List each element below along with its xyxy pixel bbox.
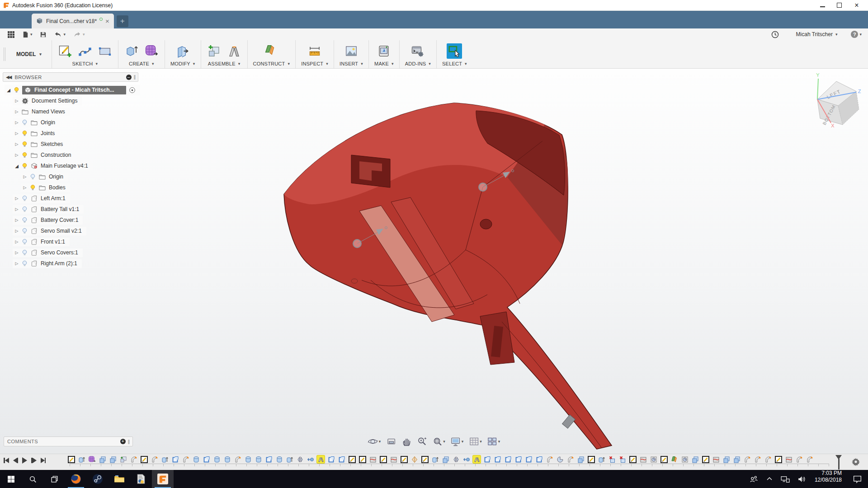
hide-panel-icon[interactable]: –: [126, 75, 132, 80]
visibility-bulb-icon[interactable]: [13, 87, 20, 94]
timeline-op-fillet[interactable]: [795, 455, 803, 463]
tree-row[interactable]: ▷Sketches: [3, 139, 138, 150]
tree-row[interactable]: ▷Servo Small v2:1: [3, 225, 138, 236]
timeline-op-extrude[interactable]: [161, 455, 169, 463]
network-icon[interactable]: [777, 474, 793, 484]
timeline-op-split[interactable]: [390, 455, 397, 463]
collapse-arrow-icon[interactable]: ▷: [22, 174, 28, 179]
look-at-icon[interactable]: [384, 436, 398, 447]
close-icon[interactable]: ×: [854, 2, 860, 9]
ribbon-group-label[interactable]: MAKE▾: [374, 61, 394, 66]
new-tab-button[interactable]: +: [117, 15, 128, 27]
display-settings-icon[interactable]: ▾: [449, 436, 466, 447]
tree-row[interactable]: ◢Main Fuselage v4:1: [3, 160, 138, 171]
ribbon-group-label[interactable]: INSERT▾: [340, 61, 363, 66]
ribbon-group-label[interactable]: ADD-INS▾: [405, 61, 431, 66]
tab-close-icon[interactable]: ×: [105, 19, 109, 24]
step-back-button[interactable]: [13, 458, 19, 463]
step-forward-button[interactable]: [31, 458, 37, 463]
collapse-arrow-icon[interactable]: ▷: [14, 207, 20, 211]
timeline-op-box[interactable]: [265, 455, 273, 463]
timeline-op-sketch[interactable]: [774, 455, 782, 463]
ribbon-group-label[interactable]: MODIFY▾: [170, 61, 195, 66]
timeline-op-split[interactable]: [369, 455, 377, 463]
tree-row[interactable]: ▷Left Arm:1: [3, 193, 138, 204]
timeline-op-box[interactable]: [483, 455, 491, 463]
view-cube[interactable]: LEFT BOTTOM Y Z X: [802, 71, 862, 132]
timeline-op-shell[interactable]: [556, 455, 564, 463]
collapse-arrow-icon[interactable]: ▷: [14, 142, 20, 146]
timeline-op-hole[interactable]: [681, 455, 689, 463]
timeline-op-cylinder[interactable]: [244, 455, 252, 463]
timeline-op-combine[interactable]: [722, 455, 730, 463]
layout-grid-icon[interactable]: ▾: [467, 436, 484, 447]
timeline-op-sketch[interactable]: [629, 455, 637, 463]
visibility-bulb-icon[interactable]: [21, 195, 28, 202]
timeline-op-combine[interactable]: [691, 455, 699, 463]
timeline-op-box[interactable]: [494, 455, 501, 463]
timeline-op-delete[interactable]: [618, 455, 626, 463]
timeline-op-extrude[interactable]: [598, 455, 605, 463]
collapse-arrow-icon[interactable]: ▷: [14, 239, 20, 244]
panel-grip[interactable]: ||: [128, 439, 129, 444]
tree-row[interactable]: ▷Document Settings: [3, 95, 138, 106]
create-sketch-icon[interactable]: [57, 43, 73, 59]
timeline-op-sketch[interactable]: [660, 455, 668, 463]
timeline-op-cylinder[interactable]: [192, 455, 200, 463]
measure-icon[interactable]: [307, 43, 322, 59]
tree-row[interactable]: ▷Right Arm (2):1: [3, 258, 138, 269]
timeline-op-hole[interactable]: [650, 455, 657, 463]
collapse-panel-icon[interactable]: ◀◀: [6, 75, 11, 80]
expand-arrow-icon[interactable]: ◢: [5, 88, 12, 93]
timeline-op-cylinder[interactable]: [223, 455, 231, 463]
timeline-op-box[interactable]: [525, 455, 533, 463]
volume-icon[interactable]: [793, 474, 810, 484]
joint-big-icon[interactable]: [226, 43, 242, 59]
timeline-op-mirror[interactable]: [296, 455, 304, 463]
pan-icon[interactable]: [400, 436, 413, 447]
timeline-op-fillet[interactable]: [130, 455, 137, 463]
timeline-op-split[interactable]: [639, 455, 647, 463]
document-tab[interactable]: Final Con...cher v18* ×: [32, 14, 114, 28]
timeline-op-mirror[interactable]: [452, 455, 460, 463]
timeline-position-marker[interactable]: [835, 455, 842, 460]
timeline-op-cylinder[interactable]: [213, 455, 221, 463]
go-to-start-button[interactable]: [4, 458, 9, 463]
timeline-op-combine[interactable]: [99, 455, 106, 463]
timeline-op-sketch[interactable]: [400, 455, 408, 463]
timeline-op-sketch[interactable]: [140, 455, 148, 463]
firefox-icon[interactable]: [65, 470, 87, 488]
redo-button[interactable]: ▾: [73, 31, 85, 38]
form-icon[interactable]: [144, 43, 159, 59]
ribbon-group-label[interactable]: SKETCH▾: [72, 61, 98, 66]
play-button[interactable]: [22, 457, 27, 464]
zoom-icon[interactable]: [415, 436, 429, 447]
collapse-arrow-icon[interactable]: ▷: [14, 229, 20, 233]
visibility-bulb-icon[interactable]: [21, 163, 28, 169]
action-center-icon[interactable]: [846, 470, 868, 488]
timeline-op-combine[interactable]: [442, 455, 449, 463]
timeline-op-loft[interactable]: [410, 455, 418, 463]
timeline-op-extrude[interactable]: [431, 455, 439, 463]
visibility-bulb-icon[interactable]: [29, 174, 36, 180]
timeline-op-fillet[interactable]: [151, 455, 158, 463]
press-pull-icon[interactable]: [175, 43, 190, 59]
minimize-icon[interactable]: [820, 4, 825, 7]
visibility-bulb-icon[interactable]: [21, 152, 28, 159]
timeline-op-joint[interactable]: [317, 455, 325, 463]
undo-button[interactable]: ▾: [54, 31, 66, 38]
browser-header[interactable]: ◀◀ BROWSER – ||: [3, 72, 138, 82]
tree-row[interactable]: ▷Joints: [3, 128, 138, 139]
timeline-op-form[interactable]: [88, 455, 96, 463]
timeline-gear-icon[interactable]: [852, 458, 860, 468]
timeline-op-fillet[interactable]: [764, 455, 772, 463]
visibility-bulb-icon[interactable]: [21, 206, 28, 213]
3d-viewport[interactable]: ◀◀ BROWSER – || ◢Final Concept - Micah T…: [0, 69, 868, 454]
viewports-icon[interactable]: ▾: [486, 436, 502, 447]
people-icon[interactable]: [745, 474, 762, 484]
workspace-selector[interactable]: MODEL▾: [11, 47, 47, 62]
fit-icon[interactable]: ▾: [430, 436, 447, 447]
extrude-big-icon[interactable]: [124, 43, 139, 59]
timeline-op-fillet[interactable]: [743, 455, 751, 463]
apps-grid-icon[interactable]: [7, 31, 15, 38]
